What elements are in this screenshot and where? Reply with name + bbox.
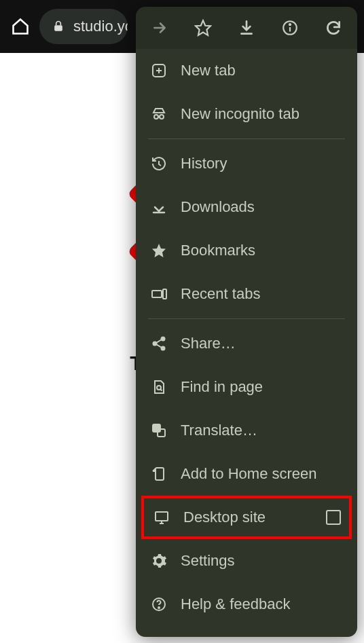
menu-label: Add to Home screen — [181, 465, 344, 483]
forward-icon[interactable] — [151, 19, 168, 37]
menu-divider — [148, 139, 345, 139]
svg-rect-15 — [153, 424, 160, 432]
menu-label: Share… — [181, 335, 344, 352]
recent-tabs-icon — [149, 284, 168, 304]
history-icon — [149, 154, 168, 173]
svg-point-7 — [160, 115, 164, 119]
menu-top-icons — [136, 7, 357, 49]
help-icon — [149, 595, 168, 614]
menu-add-home[interactable]: Add to Home screen — [136, 452, 357, 496]
info-icon[interactable] — [281, 19, 299, 37]
menu-recent-tabs[interactable]: Recent tabs — [136, 272, 357, 316]
find-icon — [149, 378, 168, 397]
translate-icon — [149, 421, 168, 440]
menu-downloads[interactable]: Downloads — [136, 185, 357, 229]
menu-label: Settings — [181, 552, 344, 570]
menu-desktop-site[interactable]: Desktop site — [141, 496, 352, 539]
menu-incognito[interactable]: New incognito tab — [136, 92, 357, 136]
svg-point-20 — [158, 607, 160, 608]
svg-point-6 — [154, 115, 158, 119]
menu-label: Help & feedback — [181, 595, 344, 613]
menu-settings[interactable]: Settings — [136, 539, 357, 583]
menu-help[interactable]: Help & feedback — [136, 583, 357, 626]
download-icon[interactable] — [238, 19, 255, 37]
refresh-icon[interactable] — [325, 19, 342, 37]
menu-label: Downloads — [181, 198, 344, 216]
browser-menu: New tab New incognito tab History Downlo… — [136, 7, 357, 637]
svg-rect-18 — [156, 512, 168, 521]
home-icon[interactable] — [11, 17, 30, 36]
star-icon[interactable] — [194, 19, 212, 37]
svg-rect-9 — [152, 291, 162, 297]
lock-icon — [52, 20, 65, 33]
menu-find-in-page[interactable]: Find in page — [136, 365, 357, 409]
menu-label: Recent tabs — [181, 285, 344, 303]
menu-new-tab[interactable]: New tab — [136, 49, 357, 92]
url-bar[interactable]: studio.yo — [39, 9, 128, 44]
desktop-icon — [152, 508, 171, 527]
menu-translate[interactable]: Translate… — [136, 409, 357, 452]
svg-marker-8 — [152, 244, 166, 257]
url-text: studio.yo — [73, 18, 128, 35]
settings-icon — [149, 551, 168, 570]
menu-bookmarks[interactable]: Bookmarks — [136, 229, 357, 272]
menu-label: New tab — [181, 62, 344, 79]
menu-label: New incognito tab — [181, 105, 344, 123]
menu-share[interactable]: Share… — [136, 322, 357, 365]
menu-label: Find in page — [181, 378, 344, 396]
downloads-icon — [149, 198, 168, 217]
share-icon — [149, 334, 168, 353]
menu-label: Translate… — [181, 422, 344, 439]
svg-rect-10 — [163, 289, 166, 299]
svg-marker-1 — [196, 20, 211, 35]
desktop-site-checkbox[interactable] — [326, 510, 341, 525]
add-home-icon — [149, 464, 168, 483]
bookmarks-icon — [149, 241, 168, 260]
menu-label: Bookmarks — [181, 242, 344, 259]
svg-point-4 — [289, 24, 291, 25]
svg-point-14 — [157, 386, 161, 390]
menu-history[interactable]: History — [136, 142, 357, 185]
incognito-icon — [149, 105, 168, 124]
svg-rect-17 — [156, 468, 164, 480]
menu-label: History — [181, 155, 344, 172]
menu-divider — [148, 318, 345, 319]
new-tab-icon — [149, 61, 168, 80]
menu-label: Desktop site — [183, 509, 314, 526]
svg-rect-0 — [54, 25, 62, 31]
